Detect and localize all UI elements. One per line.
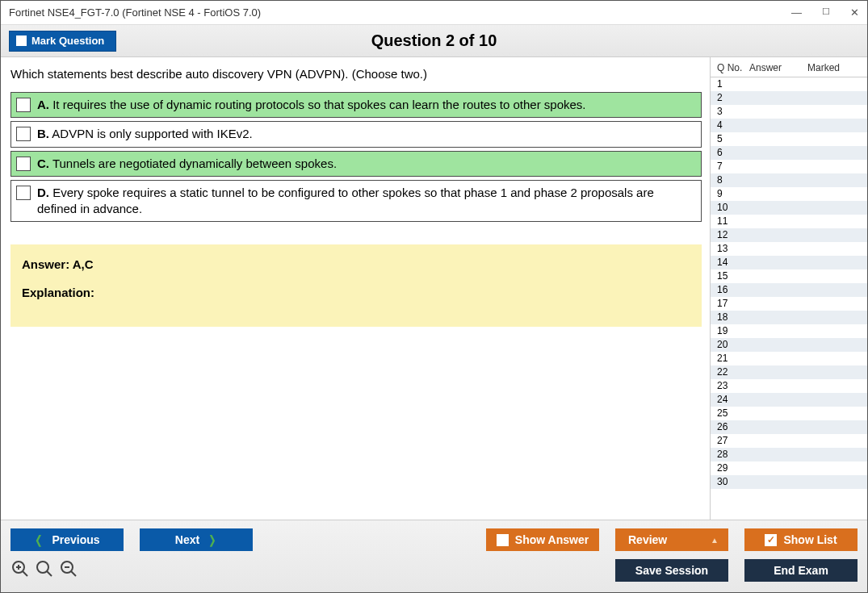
close-icon[interactable]: ✕ xyxy=(850,6,859,19)
option-text: D. Every spoke requires a static tunnel … xyxy=(37,185,696,218)
chevron-right-icon: ❭ xyxy=(208,533,217,546)
list-row[interactable]: 3 xyxy=(711,105,867,119)
mark-checkbox-icon xyxy=(16,35,27,46)
svg-line-7 xyxy=(71,571,76,576)
option-B[interactable]: B. ADVPN is only supported with IKEv2. xyxy=(10,121,702,147)
list-row[interactable]: 2 xyxy=(711,91,867,105)
col-qno: Q No. xyxy=(717,62,749,73)
list-row[interactable]: 25 xyxy=(711,407,867,420)
show-list-button[interactable]: ✓ Show List xyxy=(744,528,858,551)
question-list-panel: Q No. Answer Marked 12345678910111213141… xyxy=(710,57,867,520)
option-text: B. ADVPN is only supported with IKEv2. xyxy=(37,126,253,142)
list-row[interactable]: 9 xyxy=(711,187,867,201)
show-list-checkbox-icon: ✓ xyxy=(765,534,777,546)
window-title: Fortinet NSE4_FGT-7.0 (Fortinet NSE 4 - … xyxy=(9,6,261,19)
content-area: Which statements best describe auto disc… xyxy=(1,57,867,520)
list-row[interactable]: 13 xyxy=(711,242,867,256)
list-row[interactable]: 15 xyxy=(711,269,867,283)
minimize-icon[interactable]: — xyxy=(791,6,802,19)
list-header: Q No. Answer Marked xyxy=(711,57,867,77)
dropdown-triangle-icon: ▲ xyxy=(711,536,719,545)
show-answer-button[interactable]: ✓ Show Answer xyxy=(486,528,599,551)
chevron-left-icon: ❬ xyxy=(34,533,44,546)
action-buttons-row1: ✓ Show Answer Review ▲ ✓ Show List xyxy=(486,528,858,551)
window-controls: — ☐ ✕ xyxy=(791,6,859,19)
list-row[interactable]: 24 xyxy=(711,393,867,407)
zoom-out-icon[interactable] xyxy=(59,559,78,581)
list-row[interactable]: 29 xyxy=(711,461,867,475)
list-row[interactable]: 17 xyxy=(711,297,867,311)
maximize-icon[interactable]: ☐ xyxy=(822,6,830,19)
svg-line-1 xyxy=(23,571,27,576)
question-text: Which statements best describe auto disc… xyxy=(10,67,702,81)
list-body[interactable]: 1234567891011121314151617181920212223242… xyxy=(711,77,867,520)
list-row[interactable]: 28 xyxy=(711,448,867,461)
review-button[interactable]: Review ▲ xyxy=(615,528,728,551)
col-answer: Answer xyxy=(749,62,807,73)
option-checkbox[interactable] xyxy=(16,157,31,171)
list-row[interactable]: 16 xyxy=(711,283,867,297)
list-row[interactable]: 19 xyxy=(711,324,867,338)
option-A[interactable]: A. It requires the use of dynamic routin… xyxy=(10,92,702,118)
zoom-controls xyxy=(10,559,78,581)
svg-point-4 xyxy=(37,562,48,573)
mark-question-label: Mark Question xyxy=(31,35,104,47)
zoom-in-icon[interactable] xyxy=(10,559,30,581)
question-panel: Which statements best describe auto disc… xyxy=(1,57,710,520)
save-session-button[interactable]: Save Session xyxy=(615,559,728,582)
list-row[interactable]: 8 xyxy=(711,173,867,187)
options-list: A. It requires the use of dynamic routin… xyxy=(10,92,702,225)
title-bar: Fortinet NSE4_FGT-7.0 (Fortinet NSE 4 - … xyxy=(1,1,867,25)
footer-bar: ❬ Previous Next ❭ ✓ Show Answer Review ▲… xyxy=(1,520,867,592)
list-row[interactable]: 6 xyxy=(711,146,867,160)
option-checkbox[interactable] xyxy=(16,186,31,200)
previous-button[interactable]: ❬ Previous xyxy=(10,528,124,551)
list-row[interactable]: 7 xyxy=(711,160,867,173)
list-row[interactable]: 1 xyxy=(711,77,867,91)
list-row[interactable]: 22 xyxy=(711,365,867,379)
list-row[interactable]: 10 xyxy=(711,201,867,215)
option-C[interactable]: C. Tunnels are negotiated dynamically be… xyxy=(10,151,702,177)
end-exam-button[interactable]: End Exam xyxy=(744,559,858,582)
answer-panel: Answer: A,C Explanation: xyxy=(10,244,702,327)
option-text: A. It requires the use of dynamic routin… xyxy=(37,97,586,113)
question-counter: Question 2 of 10 xyxy=(371,31,497,50)
list-row[interactable]: 20 xyxy=(711,338,867,352)
show-answer-checkbox-icon: ✓ xyxy=(497,534,509,546)
list-row[interactable]: 26 xyxy=(711,420,867,434)
mark-question-button[interactable]: Mark Question xyxy=(9,31,116,52)
option-D[interactable]: D. Every spoke requires a static tunnel … xyxy=(10,180,702,223)
explanation-label: Explanation: xyxy=(22,286,690,299)
option-text: C. Tunnels are negotiated dynamically be… xyxy=(37,156,337,172)
list-row[interactable]: 14 xyxy=(711,256,867,269)
list-row[interactable]: 5 xyxy=(711,132,867,146)
col-marked: Marked xyxy=(807,62,852,73)
list-row[interactable]: 11 xyxy=(711,215,867,228)
header-bar: Mark Question Question 2 of 10 xyxy=(1,25,867,57)
option-checkbox[interactable] xyxy=(16,127,31,141)
next-button[interactable]: Next ❭ xyxy=(140,528,253,551)
zoom-reset-icon[interactable] xyxy=(35,559,54,581)
list-row[interactable]: 23 xyxy=(711,379,867,393)
list-row[interactable]: 4 xyxy=(711,119,867,132)
list-row[interactable]: 30 xyxy=(711,475,867,489)
list-row[interactable]: 18 xyxy=(711,311,867,324)
list-row[interactable]: 27 xyxy=(711,434,867,448)
list-row[interactable]: 21 xyxy=(711,352,867,365)
answer-label: Answer: A,C xyxy=(22,257,690,271)
option-checkbox[interactable] xyxy=(16,98,31,112)
list-row[interactable]: 12 xyxy=(711,228,867,242)
svg-line-5 xyxy=(47,571,52,576)
app-window: Fortinet NSE4_FGT-7.0 (Fortinet NSE 4 - … xyxy=(0,0,868,593)
action-buttons-row2: Save Session End Exam xyxy=(615,559,858,582)
